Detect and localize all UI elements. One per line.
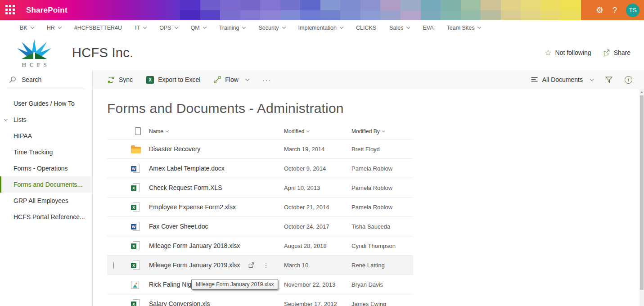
top-nav-item[interactable]: HR (47, 25, 61, 31)
column-header-name[interactable]: Name (149, 128, 284, 135)
suite-bar: SharePoint (0, 0, 644, 20)
export-to-excel-button[interactable]: X Export to Excel (146, 76, 200, 84)
file-name-link[interactable]: Fax Cover Sheet.doc (149, 223, 208, 230)
site-logo[interactable]: HCFS (17, 39, 51, 68)
chevron-down-icon (203, 25, 206, 29)
table-row[interactable]: Mileage Form January 2018.xlsx August 28… (107, 236, 413, 256)
table-row[interactable]: Employee Expense Form2.xlsx October 21, … (107, 198, 413, 217)
header-actions: ☆ Not following Share (545, 49, 630, 57)
tooltip: Mileage Form January 2019.xlsx (191, 279, 278, 290)
file-type-icon (133, 299, 140, 306)
table-row[interactable]: Salary Conversion.xls September 17, 2012… (107, 294, 413, 306)
chevron-down-icon[interactable] (4, 117, 8, 121)
file-type-icon (133, 241, 140, 250)
share-icon[interactable] (248, 262, 255, 269)
top-nav-item[interactable]: Sales (389, 25, 410, 31)
gear-icon[interactable]: ⚙ (596, 6, 603, 14)
sidebar-item-label: Lists (14, 116, 27, 123)
avatar[interactable]: TS (626, 4, 639, 17)
modified-by: Pamela Roblow (351, 204, 413, 211)
sync-button[interactable]: Sync (107, 76, 133, 84)
waffle-icon[interactable] (5, 5, 16, 16)
top-nav-item[interactable]: IT (135, 25, 146, 31)
table-row[interactable]: Disaster Recovery March 19, 2014 Brett F… (107, 140, 413, 159)
top-nav-item-label: #HCFSBETTER4U (74, 25, 122, 31)
top-nav-item[interactable]: Implementation (298, 25, 343, 31)
scroll-up-arrow[interactable] (639, 89, 644, 95)
more-commands-button[interactable]: ··· (262, 76, 272, 84)
column-header-modified-by[interactable]: Modified By (351, 128, 413, 135)
table-row[interactable]: Check Request Form.XLS April 10, 2013 Pa… (107, 178, 413, 198)
chevron-down-icon (30, 25, 34, 29)
banner-tile-bottom (561, 10, 581, 21)
file-type-icon (133, 261, 140, 270)
file-type-icon (131, 147, 141, 153)
share-button[interactable]: Share (603, 49, 630, 56)
table-row[interactable]: Mileage Form January 2019.xlsx ⋮ March 1… (107, 256, 413, 275)
top-nav-item[interactable]: Security (258, 25, 285, 31)
file-name-link[interactable]: Salary Conversion.xls (149, 300, 210, 306)
follow-button[interactable]: ☆ Not following (545, 49, 591, 57)
modified-by: Pamela Roblow (351, 165, 413, 172)
sharepoint-logo[interactable]: SharePoint (26, 6, 68, 15)
top-nav-item[interactable]: QM (191, 25, 206, 31)
modified-by: Rene Latting (351, 262, 413, 269)
table-row[interactable]: Fax Cover Sheet.doc October 24, 2017 Tis… (107, 217, 413, 236)
file-name-link[interactable]: Check Request Form.XLS (149, 184, 222, 191)
banner-tile-bottom (501, 10, 521, 21)
view-selector-button[interactable]: All Documents (531, 76, 593, 83)
top-nav-item[interactable]: Training (219, 25, 246, 31)
banner-tile-bottom (320, 10, 341, 21)
sidebar-item[interactable]: Forms - Operations (0, 160, 92, 176)
sidebar-item[interactable]: GRP All Employees (0, 193, 92, 209)
banner-tile-top (320, 0, 341, 10)
info-icon[interactable] (625, 76, 632, 84)
more-options-icon[interactable]: ⋮ (263, 261, 269, 269)
sidebar-item[interactable]: Lists (0, 112, 92, 128)
top-nav-item[interactable]: OPS (159, 25, 177, 31)
sidebar-item-label: GRP All Employees (14, 197, 68, 204)
file-name-link[interactable]: Mileage Form January 2019.xlsx (149, 261, 240, 269)
scrollbar-thumb[interactable] (640, 95, 644, 290)
top-nav-item[interactable]: BK (20, 25, 34, 31)
modified-by: James Ewing (351, 301, 413, 306)
top-nav-item[interactable]: Team Sites (447, 25, 481, 31)
banner-tile (380, 0, 401, 20)
file-name-link[interactable]: Amex Label Template.docx (149, 165, 225, 172)
top-nav-item[interactable]: #HCFSBETTER4U (74, 25, 122, 31)
vertical-scrollbar[interactable] (639, 89, 644, 306)
banner-tile (220, 0, 240, 20)
file-name-link[interactable]: Mileage Form January 2018.xlsx (149, 242, 240, 249)
top-nav-item-label: BK (20, 25, 27, 31)
sidebar-item[interactable]: Time Tracking (0, 144, 92, 160)
banner-tile-top (220, 0, 240, 10)
banner-tile-bottom (401, 10, 421, 21)
sidebar-item[interactable]: HCFS Portal Reference... (0, 209, 92, 225)
banner-tile (481, 0, 501, 20)
star-icon: ☆ (545, 49, 551, 57)
document-type-icon (135, 127, 141, 135)
top-nav-item[interactable]: CLICKS (356, 25, 376, 31)
filter-icon[interactable] (605, 76, 613, 84)
table-row[interactable]: Amex Label Template.docx October 9, 2014… (107, 159, 413, 178)
file-name-link[interactable]: Disaster Recovery (149, 145, 200, 153)
chevron-down-icon (58, 25, 62, 29)
banner-tile (441, 0, 461, 20)
chevron-down-icon (340, 25, 343, 29)
banner-tile-bottom (421, 10, 441, 21)
flow-button[interactable]: Flow (214, 76, 249, 83)
sidebar-item[interactable]: User Guides / How To (0, 95, 92, 112)
logo-text: HCFS (17, 61, 51, 68)
banner-tile (561, 0, 581, 20)
command-bar-right: All Documents (531, 76, 632, 84)
top-nav-item-label: Sales (389, 25, 403, 31)
file-name-link[interactable]: Rick Faling Nig (149, 281, 191, 288)
file-name-link[interactable]: Employee Expense Form2.xlsx (149, 203, 236, 211)
sidebar-item[interactable]: HIPAA (0, 128, 92, 144)
sidebar-item[interactable]: Forms and Documents... (0, 176, 92, 193)
row-selector-circle[interactable] (113, 261, 114, 269)
help-icon[interactable]: ? (612, 6, 617, 14)
column-header-modified[interactable]: Modified (284, 128, 351, 135)
top-nav-item[interactable]: EVA (423, 25, 433, 31)
search-button[interactable]: Search (7, 70, 85, 89)
